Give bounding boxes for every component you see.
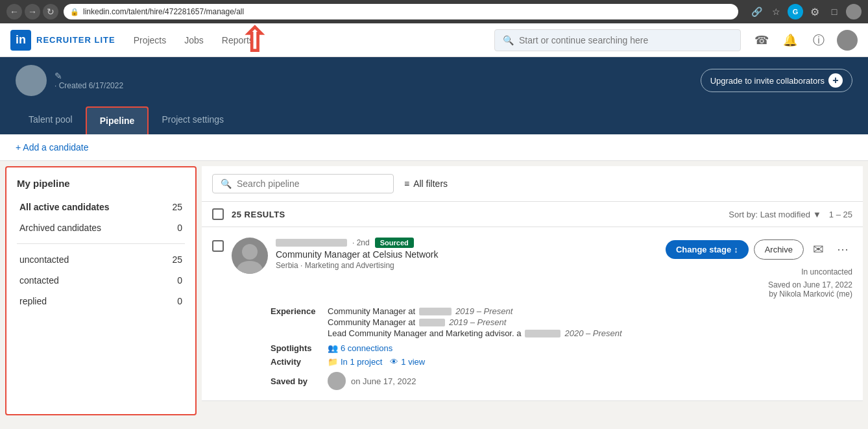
activity-row: Activity 📁 In 1 project 👁 1 view	[271, 357, 852, 367]
add-candidate-button[interactable]: + Add a candidate	[16, 142, 89, 153]
search-filter-bar: 🔍 ≡ All filters	[202, 166, 863, 202]
tab-pipeline[interactable]: Pipeline	[86, 106, 149, 134]
replied-label: replied	[19, 296, 47, 306]
upgrade-button[interactable]: Upgrade to invite collaborators +	[701, 69, 852, 92]
candidate-title: Community Manager at Celsius Network	[276, 249, 658, 260]
share-icon[interactable]: 🔗	[749, 4, 764, 19]
linkedin-logo-box: in	[10, 30, 31, 51]
sidebar-item-replied[interactable]: replied 0	[17, 291, 185, 312]
candidate-checkbox[interactable]	[212, 240, 224, 252]
brand-name: RECRUITER LITE	[36, 35, 115, 45]
plus-icon: +	[828, 73, 843, 88]
project-date: · Created 6/17/2022	[54, 81, 123, 90]
tab-talent-pool[interactable]: Talent pool	[16, 106, 86, 134]
pipeline-search-input[interactable]	[237, 178, 354, 189]
project-link[interactable]: 📁 In 1 project	[328, 357, 382, 367]
global-search-input[interactable]	[519, 35, 732, 45]
project-header: ✎ · Created 6/17/2022 Upgrade to invite …	[0, 57, 868, 134]
all-filters-button[interactable]: ≡ All filters	[404, 178, 448, 189]
project-tabs: Talent pool Pipeline Project settings	[16, 106, 852, 134]
extensions-icon[interactable]: ⚙	[807, 4, 823, 19]
exp-role-2: Community Manager at	[328, 317, 415, 327]
exp-line-3: Lead Community Manager and Marketing adv…	[328, 328, 852, 338]
browser-chrome: ← → ↻ 🔒 linkedin.com/talent/hire/4722816…	[0, 0, 868, 23]
view-link[interactable]: 👁 1 view	[390, 357, 425, 367]
refresh-button[interactable]: ↻	[43, 4, 58, 19]
upgrade-label: Upgrade to invite collaborators	[710, 76, 825, 86]
sourced-badge: Sourced	[375, 238, 414, 248]
message-icon[interactable]: ✉	[809, 238, 828, 261]
sidebar-item-archived[interactable]: Archived candidates 0	[17, 217, 185, 238]
lock-icon: 🔒	[70, 8, 79, 16]
exp-period-3: 2020 – Present	[564, 328, 621, 338]
filter-icon: ≡	[404, 178, 409, 189]
select-all-checkbox[interactable]	[212, 208, 224, 220]
activity-label: Activity	[271, 357, 322, 367]
add-candidate-label: + Add a candidate	[16, 142, 89, 153]
messaging-icon[interactable]: ☎	[751, 30, 772, 51]
svg-point-0	[242, 244, 258, 260]
experience-label: Experience	[271, 306, 322, 339]
nav-icon-group: ☎ 🔔 ⓘ	[751, 30, 858, 51]
experience-row: Experience Community Manager at 2019 – P…	[271, 306, 852, 339]
search-wrapper[interactable]: 🔍	[212, 174, 394, 193]
sort-chevron-icon: ▼	[813, 210, 821, 219]
sidebar-item-contacted[interactable]: contacted 0	[17, 270, 185, 291]
star-icon[interactable]: ☆	[768, 4, 784, 19]
notifications-icon[interactable]: 🔔	[780, 30, 801, 51]
project-info: ✎ · Created 6/17/2022	[16, 65, 123, 96]
candidate-header: · 2nd Sourced Community Manager at Celsi…	[212, 238, 852, 299]
logo-letter: in	[16, 33, 26, 47]
view-text: 1 view	[401, 357, 425, 367]
uncontacted-count: 25	[172, 254, 182, 265]
sort-label: Sort by: Last modified	[729, 210, 810, 219]
stage-status-text: In uncontacted	[801, 267, 852, 276]
exp-role-1: Community Manager at	[328, 306, 415, 316]
nav-jobs[interactable]: Jobs	[176, 30, 211, 51]
window-icon[interactable]: □	[826, 4, 842, 19]
help-icon[interactable]: ⓘ	[808, 30, 829, 51]
nav-projects[interactable]: Projects	[126, 30, 175, 51]
results-bar: 25 RESULTS Sort by: Last modified ▼ 1 – …	[202, 202, 863, 227]
user-avatar[interactable]	[837, 30, 858, 51]
linkedin-logo: in RECRUITER LITE	[10, 30, 115, 51]
sort-button[interactable]: Sort by: Last modified ▼	[729, 210, 821, 219]
more-options-button[interactable]: ⋯	[833, 238, 852, 260]
nav-reports[interactable]: Reports	[214, 30, 261, 51]
results-count: 25 RESULTS	[232, 210, 285, 219]
connections-link[interactable]: 👥 6 connections	[328, 343, 852, 353]
exp-period-2: 2019 – Present	[449, 317, 506, 327]
sidebar-item-uncontacted[interactable]: uncontacted 25	[17, 249, 185, 270]
all-active-count: 25	[172, 202, 182, 212]
eye-icon: 👁	[390, 357, 398, 367]
extension-icon: G	[788, 4, 803, 19]
sidebar-divider	[17, 243, 185, 244]
sidebar-item-all-active[interactable]: All active candidates 25	[17, 197, 185, 217]
global-search-bar[interactable]: 🔍	[494, 29, 741, 51]
back-button[interactable]: ←	[6, 4, 22, 19]
url-bar[interactable]: 🔒 linkedin.com/talent/hire/472281657/man…	[64, 4, 738, 19]
search-icon: 🔍	[503, 35, 514, 45]
sidebar-title: My pipeline	[17, 178, 185, 189]
edit-icon[interactable]: ✎	[54, 71, 123, 81]
contacted-count: 0	[177, 275, 182, 286]
page-range: 1 – 25	[829, 210, 852, 219]
candidate-location: Serbia · Marketing and Advertising	[276, 261, 658, 270]
all-active-label: All active candidates	[19, 202, 110, 212]
saved-date-text: Saved on June 17, 2022	[768, 280, 852, 289]
exp-role-3: Lead Community Manager and Marketing adv…	[328, 328, 521, 338]
project-avatar	[16, 65, 47, 96]
pipeline-search-icon: 🔍	[221, 178, 232, 189]
archive-button[interactable]: Archive	[754, 239, 804, 260]
tab-project-settings[interactable]: Project settings	[149, 106, 237, 134]
change-stage-button[interactable]: Change stage ↕	[666, 240, 749, 259]
candidate-avatar	[232, 238, 268, 274]
nav-links: Projects Jobs Reports	[126, 30, 261, 51]
forward-button[interactable]: →	[25, 4, 40, 19]
filter-label: All filters	[413, 178, 448, 189]
exp-company-1-blurred	[419, 308, 452, 315]
project-meta: ✎ · Created 6/17/2022	[54, 71, 123, 90]
connections-text: 6 connections	[341, 343, 392, 353]
add-candidate-bar: + Add a candidate	[0, 134, 868, 161]
replied-count: 0	[177, 296, 182, 306]
